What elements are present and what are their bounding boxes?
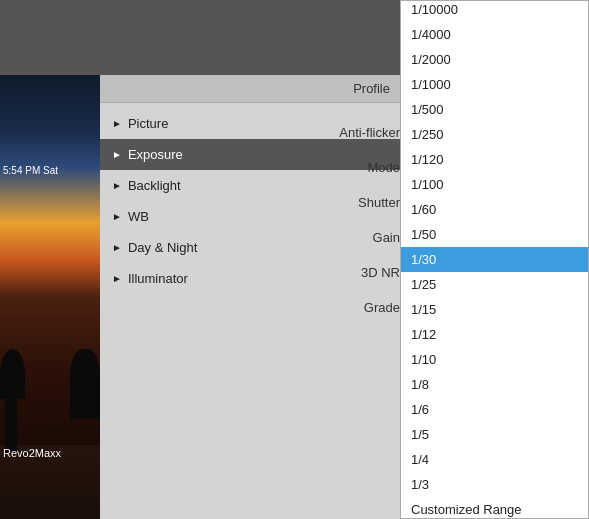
shutter-label: Shutter xyxy=(358,195,400,210)
profile-label: Profile xyxy=(353,81,390,96)
3dnr-label: 3D NR xyxy=(361,265,400,280)
main-panel: Profile ► Picture ► Exposure ► Backlight… xyxy=(100,75,400,519)
menu-label-daynight: Day & Night xyxy=(128,240,197,255)
mode-label: Mode xyxy=(367,160,400,175)
shutter-option-1/5[interactable]: 1/5 xyxy=(401,422,588,447)
shutter-option-1/4[interactable]: 1/4 xyxy=(401,447,588,472)
menu-label-illuminator: Illuminator xyxy=(128,271,188,286)
menu-label-exposure: Exposure xyxy=(128,147,183,162)
setting-row-grade: Grade xyxy=(270,290,400,325)
arrow-icon-exposure: ► xyxy=(112,149,122,160)
arrow-icon-illuminator: ► xyxy=(112,273,122,284)
setting-row-antiflicker: Anti-flicker xyxy=(270,115,400,150)
setting-row-shutter: Shutter xyxy=(270,185,400,220)
setting-row-3dnr: 3D NR xyxy=(270,255,400,290)
setting-row-gain: Gain xyxy=(270,220,400,255)
shutter-option-1/30[interactable]: 1/30 xyxy=(401,247,588,272)
shutter-option-1/10[interactable]: 1/10 xyxy=(401,347,588,372)
shutter-option-1/250[interactable]: 1/250 xyxy=(401,122,588,147)
shutter-option-1/60[interactable]: 1/60 xyxy=(401,197,588,222)
shutter-option-1/120[interactable]: 1/120 xyxy=(401,147,588,172)
profile-header: Profile xyxy=(100,75,400,103)
shutter-option-1/1000[interactable]: 1/1000 xyxy=(401,72,588,97)
settings-labels: Anti-flicker Mode Shutter Gain 3D NR Gra… xyxy=(270,115,400,325)
grade-label: Grade xyxy=(364,300,400,315)
setting-row-mode: Mode xyxy=(270,150,400,185)
shutter-option-1/6[interactable]: 1/6 xyxy=(401,397,588,422)
camera-preview: 5:54 PM Sat Revo2Maxx xyxy=(0,0,100,519)
shutter-option-1/25[interactable]: 1/25 xyxy=(401,272,588,297)
shutter-dropdown[interactable]: 1/1000001/300001/100001/40001/20001/1000… xyxy=(400,0,589,519)
shutter-option-1/3[interactable]: 1/3 xyxy=(401,472,588,497)
shutter-option-1/4000[interactable]: 1/4000 xyxy=(401,22,588,47)
shutter-option-1/10000[interactable]: 1/10000 xyxy=(401,0,588,22)
shutter-option-1/100[interactable]: 1/100 xyxy=(401,172,588,197)
shutter-option-customized-range[interactable]: Customized Range xyxy=(401,497,588,519)
camera-label: Revo2Maxx xyxy=(3,447,61,459)
arrow-icon-wb: ► xyxy=(112,211,122,222)
shutter-option-1/2000[interactable]: 1/2000 xyxy=(401,47,588,72)
menu-label-picture: Picture xyxy=(128,116,168,131)
shutter-option-1/15[interactable]: 1/15 xyxy=(401,297,588,322)
arrow-icon: ► xyxy=(112,118,122,129)
gain-label: Gain xyxy=(373,230,400,245)
antiflicker-label: Anti-flicker xyxy=(339,125,400,140)
menu-label-backlight: Backlight xyxy=(128,178,181,193)
shutter-option-1/8[interactable]: 1/8 xyxy=(401,372,588,397)
arrow-icon-daynight: ► xyxy=(112,242,122,253)
shutter-option-1/500[interactable]: 1/500 xyxy=(401,97,588,122)
shutter-option-1/12[interactable]: 1/12 xyxy=(401,322,588,347)
arrow-icon-backlight: ► xyxy=(112,180,122,191)
camera-timestamp: 5:54 PM Sat xyxy=(3,165,58,176)
shutter-option-1/50[interactable]: 1/50 xyxy=(401,222,588,247)
menu-label-wb: WB xyxy=(128,209,149,224)
